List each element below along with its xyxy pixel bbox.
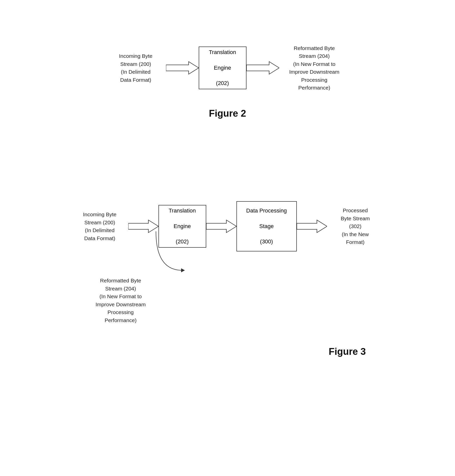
fig2-reformatted-label: Reformatted Byte Stream (204) (In New Fo… (282, 44, 347, 92)
svg-marker-4 (297, 220, 327, 233)
figure2-title: Figure 2 (77, 108, 379, 119)
figure2-diagram: Incoming Byte Stream (200) (In Delimited… (77, 15, 379, 101)
fig2-arrow1 (166, 60, 199, 75)
svg-marker-1 (246, 62, 279, 74)
figure3-diagram: Incoming Byte Stream (200) (In Delimited… (39, 186, 416, 342)
svg-marker-2 (128, 220, 158, 233)
svg-marker-0 (166, 62, 199, 74)
fig3-arrow2 (206, 219, 236, 234)
figure2-container: Incoming Byte Stream (200) (In Delimited… (77, 15, 379, 156)
figure3-title: Figure 3 (329, 346, 366, 357)
fig3-translation-engine-box: Translation Engine (202) (158, 205, 206, 248)
fig2-arrow2 (246, 60, 279, 75)
figure3-container: Incoming Byte Stream (200) (In Delimited… (39, 186, 416, 362)
fig3-incoming-label: Incoming Byte Stream (200) (In Delimited… (73, 210, 126, 242)
fig3-data-processing-box: Data Processing Stage (300) (236, 201, 297, 251)
fig2-incoming-label: Incoming Byte Stream (200) (In Delimited… (108, 52, 163, 84)
fig3-arrow3 (297, 219, 327, 234)
svg-marker-3 (206, 220, 236, 233)
page: Incoming Byte Stream (200) (In Delimited… (0, 0, 455, 476)
svg-marker-5 (181, 268, 185, 272)
fig3-arrow1 (128, 219, 158, 234)
fig3-reformatted-label: Reformatted Byte Stream (204) (In New Fo… (89, 277, 152, 324)
fig3-processed-label: Processed Byte Stream (302) (In the New … (329, 206, 382, 246)
fig2-translation-engine-box: Translation Engine (202) (199, 47, 246, 89)
fig3-top-row: Incoming Byte Stream (200) (In Delimited… (73, 201, 382, 251)
